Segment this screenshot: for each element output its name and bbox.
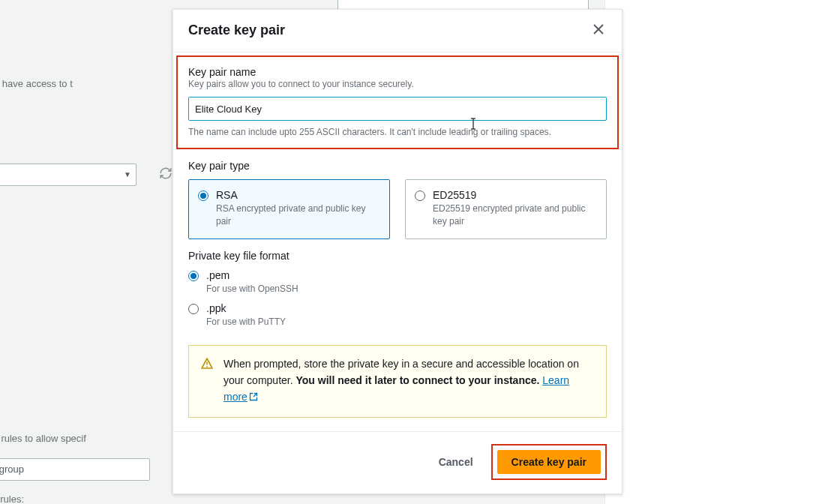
option-title: .pem xyxy=(206,269,298,281)
option-title: ED25519 xyxy=(433,189,597,201)
key-pair-name-section: Key pair name Key pairs allow you to con… xyxy=(176,56,619,149)
modal-title: Create key pair xyxy=(188,22,285,38)
primary-highlight: Create key pair xyxy=(491,444,607,480)
modal-footer: Cancel Create key pair xyxy=(173,431,622,494)
refresh-icon xyxy=(159,166,172,180)
option-description: For use with PuTTY xyxy=(206,316,286,328)
bg-text: o your instance. Add rules to allow spec… xyxy=(0,433,86,444)
bg-text: -1' with the following rules: xyxy=(0,494,24,504)
radio-icon xyxy=(415,190,425,201)
radio-icon xyxy=(188,271,199,281)
warning-alert: When prompted, store the private key in … xyxy=(188,345,607,418)
option-description: RSA encrypted private and public key pai… xyxy=(216,202,380,228)
close-icon xyxy=(593,24,604,34)
key-pair-name-input[interactable] xyxy=(188,97,607,121)
field-label: Key pair type xyxy=(188,160,607,172)
field-label: Key pair name xyxy=(188,66,607,78)
helper-text: The name can include upto 255 ASCII char… xyxy=(188,127,607,137)
type-option-rsa[interactable]: RSA RSA encrypted private and public key… xyxy=(188,179,390,239)
alert-bold: You will need it later to connect to you… xyxy=(296,374,540,386)
create-key-pair-button[interactable]: Create key pair xyxy=(497,450,601,474)
bg-text: nce. Ensure that you have access to t xyxy=(0,78,73,89)
option-title: RSA xyxy=(216,189,380,201)
radio-icon xyxy=(198,190,208,201)
option-description: For use with OpenSSH xyxy=(206,283,298,296)
svg-point-3 xyxy=(206,366,208,368)
radio-icon xyxy=(188,304,199,314)
file-format-section: Private key file format .pem For use wit… xyxy=(188,250,607,329)
bg-dropdown: ▼ xyxy=(0,164,136,186)
format-option-pem[interactable]: .pem For use with OpenSSH xyxy=(188,269,607,296)
type-option-ed25519[interactable]: ED25519 ED25519 encrypted private and pu… xyxy=(405,179,607,239)
bg-segment-button: ct existing security group xyxy=(0,458,150,481)
cancel-button[interactable]: Cancel xyxy=(428,450,484,474)
modal-body: Key pair name Key pairs allow you to con… xyxy=(173,52,622,431)
create-key-pair-modal: Create key pair Key pair name Key pairs … xyxy=(172,9,622,494)
modal-header: Create key pair xyxy=(173,10,622,52)
field-label: Private key file format xyxy=(188,250,607,262)
type-grid: RSA RSA encrypted private and public key… xyxy=(188,179,607,239)
bg-right-panel xyxy=(604,0,822,504)
key-pair-type-section: Key pair type RSA RSA encrypted private … xyxy=(188,160,607,239)
format-option-ppk[interactable]: .ppk For use with PuTTY xyxy=(188,302,607,328)
alert-text: When prompted, store the private key in … xyxy=(224,356,594,405)
close-button[interactable] xyxy=(590,20,607,40)
option-description: ED25519 encrypted private and public key… xyxy=(433,202,597,228)
warning-icon xyxy=(201,358,213,370)
field-description: Key pairs allow you to connect to your i… xyxy=(188,79,607,89)
external-link-icon xyxy=(249,392,258,401)
option-title: .ppk xyxy=(206,302,286,314)
